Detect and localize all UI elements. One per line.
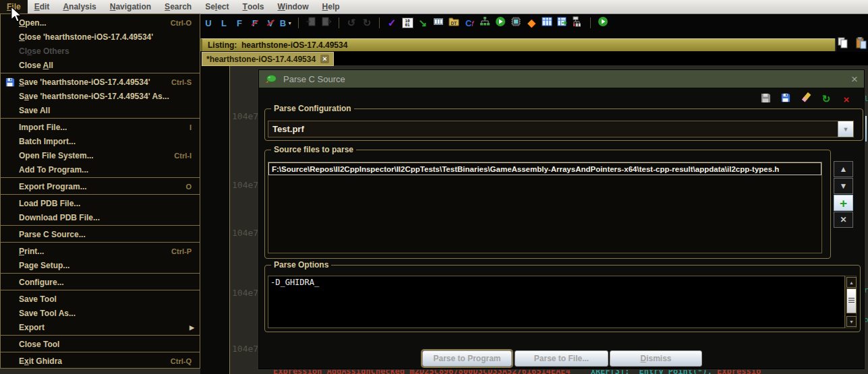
dismiss-button[interactable]: Dismiss — [610, 350, 702, 367]
menu-item-page-setup[interactable]: Page Setup... — [1, 258, 200, 272]
memory-chip-icon-glyph — [511, 16, 521, 30]
menu-search[interactable]: Search — [158, 0, 198, 13]
delete-profile-icon-glyph: × — [844, 94, 850, 105]
scroll-thumb[interactable] — [846, 288, 857, 313]
memory-map-icon[interactable] — [432, 16, 445, 30]
remove-file-button[interactable]: ✕ — [834, 212, 853, 228]
function-f-strike-button[interactable]: F — [248, 16, 262, 30]
save-profile-as-icon[interactable] — [779, 92, 792, 106]
data-type-manager-icon[interactable]: DT — [447, 16, 461, 30]
diamond-icon[interactable]: ◆ — [525, 16, 538, 30]
dialog-toolbar: ↻× — [759, 92, 853, 106]
tab-close-icon[interactable]: × — [320, 55, 329, 63]
variable-v-strike-button[interactable]: V — [264, 16, 277, 30]
add-file-button[interactable]: + — [834, 195, 853, 211]
undo-icon[interactable]: ↺ — [345, 16, 358, 30]
menu-item-exit-ghidra[interactable]: Exit GhidraCtrl-Q — [1, 354, 200, 368]
menu-item-export-program[interactable]: Export Program...O — [1, 179, 200, 193]
listing-address: 104e7 — [232, 344, 258, 354]
menu-separator — [1, 177, 200, 178]
parse-configuration-combobox[interactable]: Test.prf ▼ — [268, 121, 854, 137]
memory-chip-icon[interactable] — [509, 16, 523, 30]
menu-item-add-to-program[interactable]: Add To Program... — [1, 162, 200, 177]
toolbar-separator — [298, 18, 299, 28]
menu-item-save-tool-as[interactable]: Save Tool As... — [1, 306, 200, 320]
import-arrow-icon[interactable]: ↘ — [416, 16, 430, 30]
menu-item-download-pdb-file[interactable]: Download PDB File... — [1, 210, 200, 224]
menu-item-export[interactable]: Export▶ — [1, 320, 200, 334]
label-l-button[interactable]: L — [217, 16, 231, 30]
paste-icon[interactable] — [855, 36, 868, 50]
parse-to-file-button[interactable]: Parse to File... — [515, 350, 608, 367]
menu-help[interactable]: Help — [316, 0, 347, 13]
menu-window[interactable]: Window — [271, 0, 316, 13]
dialog-close-icon[interactable]: × — [851, 73, 858, 85]
menu-analysis[interactable]: Analysis — [56, 0, 103, 13]
menu-item-close-others[interactable]: Close Others — [1, 44, 200, 58]
menu-separator — [1, 335, 200, 336]
menu-item-save-tool[interactable]: Save Tool — [1, 292, 200, 306]
menu-item-parse-c-source[interactable]: Parse C Source... — [1, 227, 200, 241]
menu-item-close-tool[interactable]: Close Tool — [1, 337, 200, 351]
menu-item-load-pdb-file[interactable]: Load PDB File... — [1, 196, 200, 210]
combobox-value: Test.prf — [268, 124, 838, 134]
symbol-tree-icon[interactable] — [478, 16, 492, 30]
menu-item-save-all[interactable]: Save All — [1, 103, 200, 117]
copy-icon[interactable] — [836, 36, 850, 50]
parse-c-source-dialog: Parse C Source × ↻× Parse Configuration … — [258, 69, 865, 369]
menu-item-open[interactable]: Open...Ctrl-O — [1, 15, 200, 30]
bookmark-b-dropdown-button[interactable]: B▼ — [279, 16, 293, 30]
function-f-button[interactable]: F — [233, 16, 246, 30]
refresh-icon[interactable]: ↻ — [819, 92, 833, 106]
menu-item-close-hearthstone-ios-17-4-49534[interactable]: Close 'hearthstone-iOS-17.4.49534' — [1, 30, 200, 44]
clear-profile-icon[interactable] — [799, 92, 813, 106]
move-up-button[interactable]: ▲ — [834, 161, 853, 177]
dialog-title-bar[interactable]: Parse C Source × — [259, 70, 864, 88]
table-export-icon[interactable] — [556, 16, 569, 30]
run-script-icon[interactable] — [596, 16, 610, 30]
bytes-viewer-icon[interactable]: 1001 — [401, 16, 414, 30]
delete-profile-icon[interactable]: × — [840, 92, 853, 106]
menu-item-save-hearthstone-ios-17-4-49534[interactable]: Save 'hearthstone-iOS-17.4.49534'Ctrl-S — [1, 75, 200, 89]
parse-options-textarea[interactable]: -D_GHIDRA_ — [268, 276, 845, 328]
snapshot-in-icon[interactable] — [304, 16, 318, 30]
redo-icon[interactable]: ↻ — [360, 16, 374, 30]
parse-to-program-button[interactable]: Parse to Program — [422, 350, 512, 367]
menu-item-label: Batch Import... — [19, 137, 200, 146]
menu-item-open-file-system[interactable]: Open File System...Ctrl-I — [1, 148, 200, 162]
table-view-icon[interactable] — [540, 16, 554, 30]
tab-hearthstone[interactable]: *hearthstone-iOS-17.4.49534 × — [202, 52, 334, 66]
menu-item-batch-import[interactable]: Batch Import... — [1, 134, 200, 148]
underline-u-button[interactable]: U — [202, 16, 215, 30]
function-graph-icon[interactable] — [571, 16, 585, 30]
refresh-icon-glyph: ↻ — [822, 93, 831, 105]
source-file-row[interactable]: F:\Source\Repos\Il2CppInspector\Il2CppTe… — [268, 162, 821, 175]
snapshot-out-icon[interactable] — [320, 16, 333, 30]
remove-file-button-glyph: ✕ — [840, 215, 846, 224]
combobox-dropdown-icon[interactable]: ▼ — [838, 121, 853, 137]
validate-check-icon[interactable]: ✓ — [385, 16, 399, 30]
menu-bar: FileEditAnalysisNavigationSearchSelectTo… — [0, 0, 868, 14]
menu-item-label: Download PDB File... — [19, 213, 200, 222]
menu-item-configure[interactable]: Configure... — [1, 275, 200, 289]
menu-tools[interactable]: Tools — [236, 0, 271, 13]
move-down-button[interactable]: ▼ — [834, 178, 853, 194]
scroll-down-icon[interactable]: ▼ — [846, 316, 857, 327]
menu-item-print[interactable]: Print...Ctrl-P — [1, 244, 200, 258]
menu-item-save-hearthstone-ios-17-4-49534-as[interactable]: Save 'hearthstone-iOS-17.4.49534' As... — [1, 89, 200, 103]
menu-item-import-file[interactable]: Import File...I — [1, 120, 200, 134]
validate-check-icon-glyph: ✓ — [388, 17, 397, 29]
menu-edit[interactable]: Edit — [28, 0, 57, 13]
menu-item-close-all[interactable]: Close All — [1, 58, 200, 72]
toolbar-separator — [339, 18, 339, 28]
menu-select[interactable]: Select — [198, 0, 235, 13]
source-files-list[interactable]: F:\Source\Repos\Il2CppInspector\Il2CppTe… — [268, 162, 822, 253]
c-parser-icon[interactable]: Cf — [463, 16, 476, 30]
dialog-title: Parse C Source — [283, 74, 345, 84]
menu-navigation[interactable]: Navigation — [103, 0, 158, 13]
parse-options-scrollbar[interactable]: ▲ ▼ — [845, 276, 857, 328]
scroll-up-icon[interactable]: ▲ — [846, 277, 857, 288]
parse-configuration-label: Parse Configuration — [271, 104, 354, 113]
save-profile-icon[interactable] — [759, 92, 772, 106]
auto-analyze-icon[interactable] — [494, 16, 507, 30]
